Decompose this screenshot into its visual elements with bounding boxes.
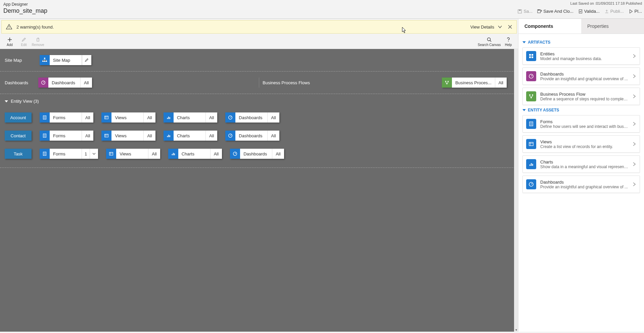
scroll-down-icon[interactable]: ▾	[514, 328, 518, 332]
save-and-close-button[interactable]: Save And Clo...	[537, 9, 573, 14]
component-charts[interactable]: Charts Show data in a meaningful and vis…	[522, 155, 640, 173]
save-close-icon	[537, 9, 542, 14]
views-tile[interactable]: ViewsAll	[106, 149, 160, 159]
svg-rect-63	[529, 142, 533, 146]
play-button[interactable]: Pl...	[629, 9, 642, 14]
svg-point-15	[445, 81, 447, 82]
expand-warning-button[interactable]	[498, 25, 502, 29]
forms-tile[interactable]: FormsAll	[40, 112, 93, 123]
tile-count[interactable]: All	[206, 112, 217, 123]
charts-icon	[526, 159, 536, 169]
search-canvas-button[interactable]: Search Canvas	[477, 35, 501, 49]
warning-icon	[6, 23, 12, 30]
svg-rect-66	[530, 164, 531, 166]
entity-chip[interactable]: Contact	[5, 131, 32, 141]
svg-rect-37	[168, 135, 169, 137]
dashboards-tile[interactable]: Dashboards All	[38, 78, 92, 88]
svg-rect-13	[46, 61, 47, 62]
group-entity-assets[interactable]: ENTITY ASSETS	[522, 108, 640, 112]
views-tile[interactable]: ViewsAll	[101, 112, 155, 123]
component-title: Dashboards	[540, 180, 628, 185]
tab-components[interactable]: Components	[518, 19, 581, 34]
svg-rect-47	[172, 154, 172, 155]
component-views[interactable]: Views Create a list view of records for …	[522, 135, 640, 153]
close-warning-button[interactable]	[508, 25, 512, 29]
svg-point-9	[508, 41, 509, 42]
svg-rect-68	[532, 164, 533, 166]
chevron-right-icon	[632, 182, 636, 186]
tile-count[interactable]: All	[148, 149, 160, 159]
tile-dropdown[interactable]	[90, 149, 98, 159]
tile-count[interactable]: All	[144, 131, 155, 141]
tile-count[interactable]: All	[206, 131, 217, 141]
sitemap-edit-button[interactable]	[82, 55, 91, 65]
pencil-icon	[21, 37, 27, 42]
svg-rect-51	[529, 54, 531, 56]
tile-count[interactable]: All	[268, 112, 279, 123]
charts-tile[interactable]: ChartsAll	[168, 149, 222, 159]
svg-rect-26	[168, 116, 169, 119]
bpf-icon	[442, 78, 452, 88]
component-bpf[interactable]: Business Process Flow Define a sequence …	[522, 88, 640, 105]
svg-rect-12	[44, 61, 45, 62]
sitemap-tile[interactable]: Site Map	[40, 55, 91, 65]
tile-count[interactable]: All	[82, 131, 93, 141]
tile-count[interactable]: All	[272, 149, 284, 159]
svg-rect-10	[44, 58, 45, 59]
tile-count[interactable]: All	[211, 149, 222, 159]
views-icon	[526, 139, 536, 149]
component-desc: Provide an insightful and graphical over…	[540, 185, 628, 189]
dashboards-tile[interactable]: DashboardsAll	[225, 131, 279, 141]
component-forms[interactable]: Forms Define how users will see and inte…	[522, 115, 640, 133]
group-artifacts[interactable]: ARTIFACTS	[522, 40, 640, 45]
component-desc: Create a list view of records for an ent…	[540, 144, 628, 149]
charts-icon	[164, 112, 174, 123]
plus-icon	[7, 37, 12, 42]
tile-label: Dashboards	[235, 131, 268, 141]
entity-view-toggle[interactable]: Entity View (3)	[0, 94, 518, 108]
component-dashboards-asset[interactable]: Dashboards Provide an insightful and gra…	[522, 176, 640, 193]
component-dashboards[interactable]: Dashboards Provide an insightful and gra…	[522, 67, 640, 85]
validate-button[interactable]: Valida...	[578, 9, 600, 14]
tile-count[interactable]: All	[144, 112, 155, 123]
dashboards-tile[interactable]: DashboardsAll	[225, 112, 279, 123]
tile-label: Views	[111, 131, 144, 141]
publish-icon	[604, 9, 609, 14]
pencil-icon	[84, 58, 89, 62]
bpf-tile[interactable]: Business Proces... All	[442, 78, 507, 88]
tile-label: Dashboards	[240, 149, 272, 159]
dashboards-icon	[225, 131, 235, 141]
dashboards-icon	[225, 112, 235, 123]
add-button[interactable]: Add	[3, 35, 17, 49]
tile-count: 1	[82, 149, 90, 159]
svg-rect-3	[538, 9, 540, 10]
forms-tile[interactable]: FormsAll	[40, 131, 93, 141]
help-button[interactable]: Help	[501, 35, 515, 49]
svg-point-6	[9, 28, 9, 29]
canvas-scrollbar[interactable]: ▾	[514, 49, 518, 332]
view-details-link[interactable]: View Details	[470, 25, 494, 30]
chevron-right-icon	[632, 74, 636, 78]
bpf-label: Business Process Flows	[263, 80, 316, 85]
entity-chip[interactable]: Task	[5, 149, 32, 159]
tile-count[interactable]: All	[82, 112, 93, 123]
dashboards-tile[interactable]: DashboardsAll	[230, 149, 284, 159]
component-desc: Model and manage business data.	[540, 56, 628, 61]
svg-rect-44	[109, 152, 113, 155]
forms-tile[interactable]: Forms1	[40, 149, 98, 159]
dashboards-count[interactable]: All	[81, 78, 92, 88]
forms-icon	[40, 112, 50, 123]
views-tile[interactable]: ViewsAll	[101, 131, 155, 141]
component-title: Dashboards	[540, 72, 628, 77]
last-saved-text: Last Saved on :01/09/2021 17:18 Publishe…	[570, 1, 642, 5]
tile-count[interactable]: All	[268, 131, 279, 141]
charts-tile[interactable]: ChartsAll	[164, 131, 217, 141]
bpf-count[interactable]: All	[495, 78, 507, 88]
svg-rect-54	[532, 56, 533, 58]
dashboards-label: Dashboards	[5, 80, 38, 85]
component-entities[interactable]: Entities Model and manage business data.	[522, 47, 640, 65]
tab-properties[interactable]: Properties	[581, 19, 644, 34]
charts-tile[interactable]: ChartsAll	[164, 112, 217, 123]
svg-rect-48	[173, 153, 174, 155]
entity-chip[interactable]: Account	[5, 112, 32, 123]
